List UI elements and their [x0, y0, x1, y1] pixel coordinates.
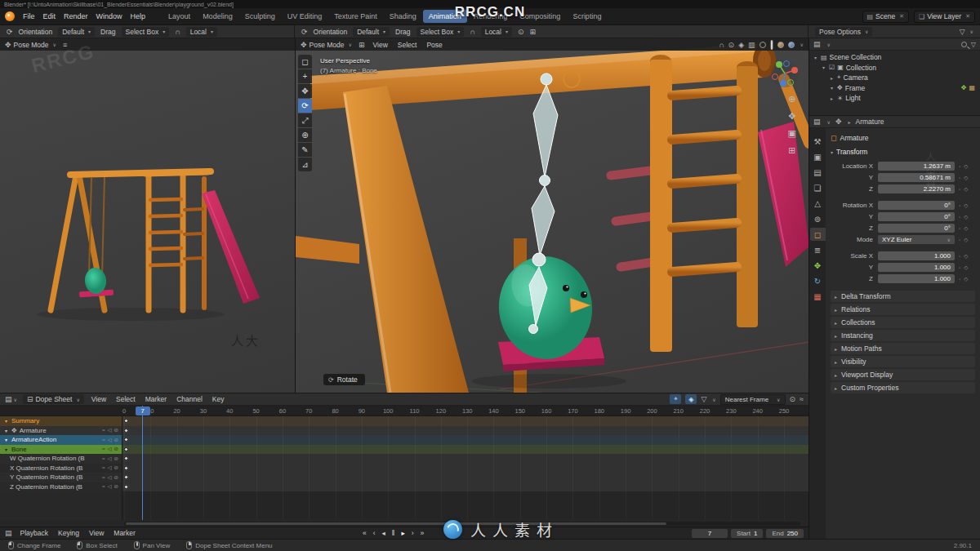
only-selected-toggle[interactable]: ⌖: [670, 394, 681, 404]
proportional-edit-icon[interactable]: ⊙: [790, 395, 796, 403]
mode-field[interactable]: XYZ Euler∨: [878, 235, 955, 244]
lock-icon[interactable]: ◦: [959, 186, 960, 192]
properties-tab-output[interactable]: ▤: [810, 166, 826, 179]
smooth-icon[interactable]: ≈: [800, 395, 804, 403]
channel-y-quaternion-rotation-b[interactable]: Y Quaternion Rotation (B≈◁⊘: [0, 473, 122, 482]
timeline-menu-view[interactable]: View: [87, 529, 105, 537]
jump-to-start-button[interactable]: «: [362, 529, 368, 537]
properties-tab-world[interactable]: ⊚: [810, 212, 826, 225]
lock-icon[interactable]: ◦: [959, 237, 960, 242]
current-frame-field[interactable]: 7: [692, 529, 728, 538]
menu-window[interactable]: Window: [92, 11, 127, 22]
lock-icon[interactable]: ⊘: [114, 446, 118, 452]
outliner-item-camera[interactable]: ▸⌖Camera: [809, 73, 980, 83]
properties-tab-view-layer[interactable]: ❏: [810, 181, 826, 194]
z-field[interactable]: 2.2270 m: [878, 184, 955, 193]
graph-icon[interactable]: ≈: [102, 464, 105, 471]
menu-render[interactable]: Render: [60, 11, 92, 22]
lock-icon[interactable]: ⊘: [114, 437, 118, 443]
viewport-menu-view[interactable]: View: [372, 41, 390, 49]
menu-edit[interactable]: Edit: [39, 11, 60, 22]
lock-icon[interactable]: ◦: [959, 214, 960, 220]
expand-arrow[interactable]: ▾: [813, 55, 818, 60]
pose-options-dropdown[interactable]: Pose Options∨: [815, 27, 872, 37]
camera-view-icon[interactable]: ▣: [788, 128, 796, 139]
lock-icon[interactable]: ◦: [959, 202, 960, 208]
channel-bone[interactable]: ▾Bone≈◁⊘: [0, 445, 122, 455]
playhead-line[interactable]: [142, 406, 143, 520]
snap-dropdown[interactable]: Nearest Frame∨: [720, 394, 786, 405]
expand-arrow[interactable]: ▾: [3, 437, 9, 442]
timeline-ruler[interactable]: 0102030405060708090100110120130140150160…: [0, 406, 808, 416]
channel-armature[interactable]: ▾✥Armature≈◁⊘: [0, 426, 122, 436]
shading-rendered-icon[interactable]: [788, 42, 795, 48]
graph-icon[interactable]: ≈: [102, 474, 105, 481]
channel-armatureaction[interactable]: ▾ArmatureAction≈◁⊘: [0, 435, 122, 445]
dope-sheet-menu-select[interactable]: Select: [114, 395, 137, 403]
section-visibility[interactable]: ▸Visibility: [831, 356, 975, 367]
playhead-handle[interactable]: 7: [136, 407, 150, 415]
left-beam[interactable]: [296, 236, 359, 264]
frame-start-field[interactable]: Start1: [731, 529, 763, 538]
expand-arrow[interactable]: ▸: [829, 75, 835, 81]
properties-tab-object[interactable]: ◻: [810, 228, 826, 241]
pan-hand-icon[interactable]: ✥: [788, 111, 796, 122]
checkbox-icon[interactable]: ☑: [829, 64, 835, 71]
mute-icon[interactable]: ◁: [108, 427, 112, 433]
workspace-tab-shading[interactable]: Shading: [384, 10, 422, 23]
viewport-menu-pose[interactable]: Pose: [425, 41, 443, 49]
snap-magnet-icon[interactable]: ∩: [175, 28, 180, 36]
playground-left-post[interactable]: [343, 86, 469, 393]
lock-icon[interactable]: ⊘: [114, 455, 118, 462]
editor-type-icon[interactable]: ▤: [5, 529, 12, 537]
lock-icon[interactable]: ◦: [959, 175, 960, 180]
scene-selector[interactable]: ▤ Scene ✕: [862, 11, 910, 23]
expand-arrow[interactable]: ▾: [3, 428, 9, 433]
section-instancing[interactable]: ▸Instancing: [831, 330, 975, 341]
search-icon[interactable]: [961, 42, 967, 47]
mute-icon[interactable]: ◁: [108, 483, 112, 490]
timeline-menu-keying[interactable]: Keying: [56, 529, 81, 537]
mute-icon[interactable]: ◁: [108, 455, 112, 462]
select-box-tool-icon[interactable]: ◻: [298, 55, 312, 69]
toggle-perspective-icon[interactable]: ⊞: [788, 145, 796, 156]
properties-tab-texture[interactable]: ▦: [810, 290, 826, 303]
y-field[interactable]: 0°: [878, 212, 955, 221]
expand-arrow[interactable]: ▾: [3, 447, 9, 452]
channel-summary[interactable]: ▾Summary: [0, 416, 122, 426]
workspace-tab-layout[interactable]: Layout: [163, 10, 196, 23]
animate-icon[interactable]: ◇: [964, 237, 968, 243]
lock-icon[interactable]: ⊘: [114, 474, 118, 481]
mute-icon[interactable]: ◁: [108, 437, 112, 443]
expand-arrow[interactable]: ▾: [829, 85, 835, 91]
workspace-tab-sculpting[interactable]: Sculpting: [239, 10, 281, 23]
outliner-item-frame[interactable]: ▾✥Frame✥▦: [809, 83, 980, 94]
playground-swing-set[interactable]: [51, 171, 211, 310]
overlays-icon[interactable]: ▥: [748, 41, 755, 49]
mute-icon[interactable]: ◁: [108, 464, 112, 471]
proportional-edit-icon[interactable]: ⊙: [728, 41, 735, 49]
gizmo-z-axis[interactable]: [780, 80, 786, 87]
proportional-edit-icon[interactable]: ⊙: [518, 28, 524, 36]
section-relations[interactable]: ▸Relations: [831, 304, 975, 315]
mute-icon[interactable]: ◁: [108, 446, 112, 452]
scrollbar-thumb[interactable]: [126, 522, 666, 525]
filter-funnel-icon[interactable]: ▽: [960, 28, 965, 36]
animate-icon[interactable]: ◇: [964, 163, 968, 170]
playground-slide-far[interactable]: [758, 122, 808, 267]
lock-icon[interactable]: ◦: [959, 225, 960, 231]
next-keyframe-button[interactable]: ›: [411, 529, 415, 537]
lock-icon[interactable]: ◦: [959, 276, 960, 282]
menu-help[interactable]: Help: [127, 11, 150, 22]
pause-button[interactable]: ‖: [391, 529, 396, 537]
animate-icon[interactable]: ◇: [964, 264, 968, 271]
location-x-field[interactable]: 1.2637 m: [878, 162, 955, 171]
rotate-tool-icon[interactable]: ⟳: [298, 99, 312, 113]
frame-end-field[interactable]: End250: [766, 529, 804, 538]
properties-tab-render[interactable]: ▣: [810, 150, 826, 163]
zoom-icon[interactable]: ⊕: [788, 94, 796, 104]
editor-type-icon[interactable]: ▤: [813, 118, 821, 126]
timeline-menu-marker[interactable]: Marker: [112, 529, 136, 537]
drag-dropdown[interactable]: Select Box▾: [416, 27, 465, 37]
graph-icon[interactable]: ≈: [102, 455, 105, 462]
